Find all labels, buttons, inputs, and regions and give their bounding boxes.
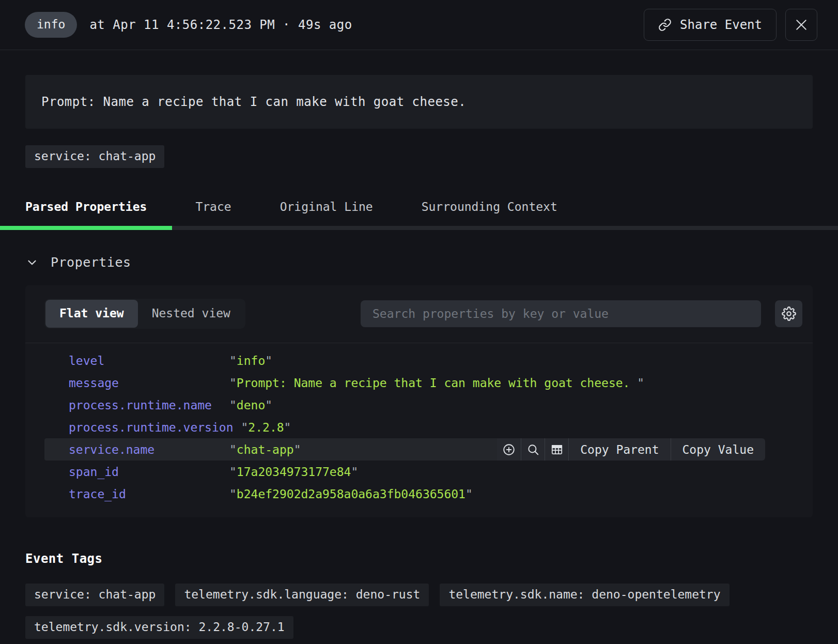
property-key: level <box>69 354 222 367</box>
property-row-trace_id: trace_id"b24ef2902d2a958a0a6a3fb04636560… <box>44 483 813 505</box>
properties-toolbar: Flat view Nested view <box>25 285 813 343</box>
nested-view-button[interactable]: Nested view <box>138 300 244 328</box>
property-kv-trace_id[interactable]: trace_id"b24ef2902d2a958a0a6a3fb04636560… <box>44 483 813 505</box>
gear-icon <box>782 306 796 321</box>
properties-table: level"info"message"Prompt: Name a recipe… <box>25 343 813 517</box>
property-kv-span_id[interactable]: span_id"17a2034973177e84" <box>44 461 813 483</box>
property-value: "b24ef2902d2a958a0a6a3fb046365601" <box>229 487 473 501</box>
property-value: "chat-app" <box>229 443 301 456</box>
tab-trace[interactable]: Trace <box>171 191 255 226</box>
tab-parsed-properties[interactable]: Parsed Properties <box>0 191 171 226</box>
close-button[interactable] <box>785 9 817 41</box>
property-row-process.runtime.version: process.runtime.version"2.2.8" <box>44 416 813 438</box>
event-detail-view: info at Apr 11 4:56:22.523 PM · 49s ago … <box>0 0 838 639</box>
property-row-level: level"info" <box>44 349 813 372</box>
property-kv-level[interactable]: level"info" <box>44 349 813 372</box>
flat-view-button[interactable]: Flat view <box>45 300 138 328</box>
level-badge: info <box>25 12 77 38</box>
property-value: "deno" <box>229 398 272 412</box>
property-key: process.runtime.name <box>69 398 222 412</box>
add-circle-action-button[interactable] <box>497 438 521 461</box>
table-icon <box>550 443 564 456</box>
property-value: "2.2.8" <box>241 421 291 434</box>
properties-section-header[interactable]: Properties <box>25 255 838 270</box>
properties-panel: Flat view Nested view level"info"message… <box>25 285 813 517</box>
event-message-preview: Prompt: Name a recipe that I can make wi… <box>25 75 813 129</box>
detail-tabs: Parsed PropertiesTraceOriginal LineSurro… <box>0 191 838 230</box>
property-key: process.runtime.version <box>69 421 234 434</box>
event-tag[interactable]: service: chat-app <box>25 584 164 606</box>
table-action-button[interactable] <box>545 438 568 461</box>
event-header: info at Apr 11 4:56:22.523 PM · 49s ago … <box>0 0 838 50</box>
tab-original-line[interactable]: Original Line <box>256 191 397 226</box>
property-kv-process.runtime.name[interactable]: process.runtime.name"deno" <box>44 394 813 416</box>
property-row-span_id: span_id"17a2034973177e84" <box>44 461 813 483</box>
event-tags-section: Event Tags service: chat-apptelemetry.sd… <box>25 551 813 639</box>
copy-value-button[interactable]: Copy Value <box>671 438 765 461</box>
event-tag[interactable]: telemetry.sdk.version: 2.2.8-0.27.1 <box>25 616 293 639</box>
add-circle-icon <box>502 443 516 456</box>
properties-title: Properties <box>51 255 131 270</box>
property-value: "17a2034973177e84" <box>229 465 358 479</box>
link-icon <box>658 18 672 32</box>
search-action-button[interactable] <box>521 438 545 461</box>
property-value: "Prompt: Name a recipe that I can make w… <box>229 376 644 390</box>
properties-settings-button[interactable] <box>775 300 802 327</box>
event-tag[interactable]: telemetry.sdk.language: deno-rust <box>175 584 429 606</box>
property-kv-process.runtime.version[interactable]: process.runtime.version"2.2.8" <box>44 416 813 438</box>
property-row-process.runtime.name: process.runtime.name"deno" <box>44 394 813 416</box>
property-row-service.name: service.name"chat-app"Copy ParentCopy Va… <box>44 438 813 461</box>
event-tags-title: Event Tags <box>25 551 813 566</box>
share-event-button[interactable]: Share Event <box>644 9 777 41</box>
tab-surrounding-context[interactable]: Surrounding Context <box>397 191 582 226</box>
event-summary: Prompt: Name a recipe that I can make wi… <box>0 75 838 168</box>
view-toggle: Flat view Nested view <box>44 299 245 329</box>
tab-underline-track <box>0 226 838 230</box>
share-event-label: Share Event <box>680 18 762 32</box>
property-key: service.name <box>69 443 222 456</box>
properties-search-input[interactable] <box>361 300 761 327</box>
search-icon <box>526 443 540 456</box>
property-kv-service.name[interactable]: service.name"chat-app" <box>44 438 497 461</box>
property-key: message <box>69 376 222 390</box>
header-actions: Share Event <box>644 9 817 41</box>
row-actions-toolbar: Copy ParentCopy Value <box>497 438 765 461</box>
property-row-message: message"Prompt: Name a recipe that I can… <box>44 372 813 394</box>
active-tab-indicator <box>0 226 172 230</box>
property-kv-message[interactable]: message"Prompt: Name a recipe that I can… <box>44 372 813 394</box>
event-tag[interactable]: telemetry.sdk.name: deno-opentelemetry <box>440 584 729 606</box>
event-timestamp: at Apr 11 4:56:22.523 PM · 49s ago <box>89 18 352 32</box>
event-tag-list: service: chat-apptelemetry.sdk.language:… <box>25 584 759 639</box>
service-tag[interactable]: service: chat-app <box>25 145 164 168</box>
copy-parent-button[interactable]: Copy Parent <box>568 438 670 461</box>
close-icon <box>794 17 809 33</box>
property-key: span_id <box>69 465 222 479</box>
property-value: "info" <box>229 354 272 367</box>
property-key: trace_id <box>69 487 222 501</box>
chevron-down-icon <box>25 256 39 269</box>
